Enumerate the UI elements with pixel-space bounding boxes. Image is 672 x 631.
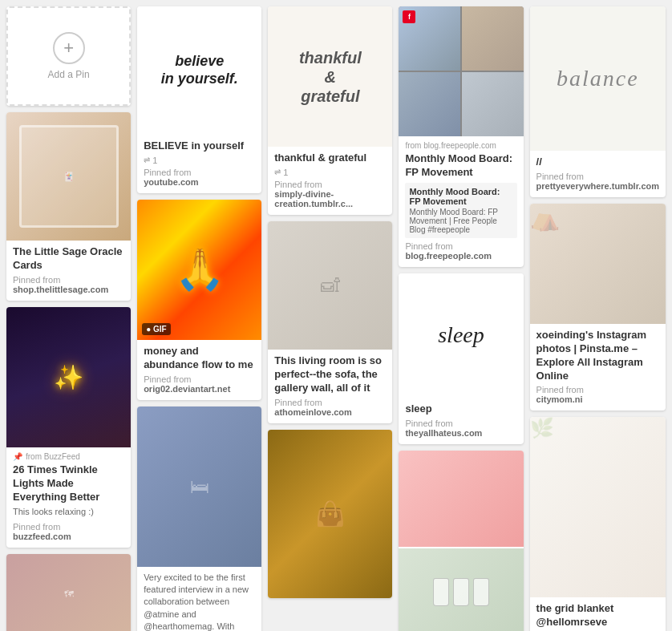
livingroom-pin[interactable]: 🛋 This living room is so perfect--the so… bbox=[268, 221, 392, 423]
moodboard-grid bbox=[399, 6, 523, 136]
thankful-title: thankful & grateful bbox=[274, 152, 386, 165]
thankful-pin[interactable]: thankful&grateful thankful & grateful ⇌ … bbox=[268, 6, 392, 215]
instagram-pin[interactable]: ⛺ xoeinding's Instagram photos | Pinsta.… bbox=[530, 204, 666, 411]
pink-image-top bbox=[399, 451, 523, 547]
repin-icon: ⇌ bbox=[144, 156, 150, 164]
twinkle-pinned-from-url: buzzfeed.com bbox=[13, 532, 124, 541]
balance-title: // bbox=[536, 156, 659, 169]
wallet-pin[interactable]: 👜 bbox=[268, 430, 392, 598]
twinkle-pinned-from-label: Pinned from bbox=[13, 522, 124, 532]
believe-pinned-from: Pinned from bbox=[144, 168, 255, 177]
lakshmi-pinned-from-url: orig02.deviantart.net bbox=[144, 384, 255, 394]
moodboard-overlay-desc: Monthly Mood Board: FP Movement | Free P… bbox=[409, 208, 512, 234]
sleep-title: sleep bbox=[405, 402, 516, 416]
twinkle-desc: This looks relaxing :) bbox=[13, 506, 124, 518]
livingroom-image: 🛋 bbox=[268, 221, 392, 350]
balance-pinned-from-url: prettyeverywhere.tumblr.com bbox=[536, 181, 659, 191]
twinkle-title: 26 Times Twinkle Lights Made Everything … bbox=[13, 463, 124, 504]
moodboard-title: Monthly Mood Board: FP Movement bbox=[405, 152, 516, 180]
fp-from-badge: from blog.freepeople.com bbox=[405, 141, 516, 150]
livingroom-pinned-from-url: athomeinlove.com bbox=[274, 407, 386, 417]
sleep-pinned-from-url: theyallhateus.com bbox=[405, 428, 516, 438]
jars-image bbox=[399, 548, 523, 631]
moodboard-overlay-text: Monthly Mood Board: FP Movement Monthly … bbox=[405, 183, 516, 238]
twinkle-lights-pin[interactable]: ✨ 📌 from BuzzFeed 26 Times Twinkle Light… bbox=[6, 307, 131, 548]
lakshmi-pin[interactable]: 🙏 ● GIF money and abundance flow to me P… bbox=[137, 200, 261, 400]
livingroom-title: This living room is so perfect--the sofa… bbox=[274, 354, 386, 395]
thankful-repins: ⇌ 1 bbox=[274, 168, 386, 177]
balance-image: balance bbox=[530, 6, 666, 151]
wallet-image: 👜 bbox=[268, 430, 392, 598]
column-2: believein yourself. BELIEVE in yourself … bbox=[137, 6, 261, 631]
london-image: 🗺 bbox=[6, 554, 131, 631]
lakshmi-pinned-from: Pinned from bbox=[144, 374, 255, 384]
sort-of-pink-pin[interactable]: Sort of Pink Pinned from sortofpink.blog… bbox=[399, 451, 523, 631]
moodboard-pinned-from: Pinned from bbox=[405, 241, 516, 251]
sleep-image: sleep bbox=[399, 273, 523, 398]
moodboard-overlay-title: Monthly Mood Board: FP Movement bbox=[409, 187, 512, 206]
livingroom-pinned-from: Pinned from bbox=[274, 398, 386, 407]
sleep-pin[interactable]: sleep sleep Pinned from theyallhateus.co… bbox=[399, 273, 523, 444]
thankful-pinned-from: Pinned from bbox=[274, 180, 386, 189]
moodboard-pin[interactable]: f from blog.freepeople.com Monthly Mood … bbox=[399, 6, 523, 267]
oracle-title: The Little Sage Oracle Cards bbox=[13, 245, 124, 273]
oracle-pinned-from-label: Pinned from bbox=[13, 275, 124, 285]
believe-repins: ⇌ 1 bbox=[144, 156, 255, 165]
moodboard-pinned-from-url: blog.freepeople.com bbox=[405, 251, 516, 261]
lakshmi-title: money and abundance flow to me bbox=[144, 345, 255, 372]
believe-image: believein yourself. bbox=[137, 6, 261, 135]
column-4: f from blog.freepeople.com Monthly Mood … bbox=[399, 6, 523, 631]
oracle-cards-pin[interactable]: 🃏 The Little Sage Oracle Cards Pinned fr… bbox=[6, 112, 131, 301]
believe-pinned-from-url: youtube.com bbox=[144, 177, 255, 187]
column-3: thankful&grateful thankful & grateful ⇌ … bbox=[268, 6, 392, 598]
believe-pin[interactable]: believein yourself. BELIEVE in yourself … bbox=[137, 6, 261, 193]
pin-grid: + Add a Pin 🃏 The Little Sage Oracle Car… bbox=[0, 0, 672, 631]
fp-from-label: from blog.freepeople.com bbox=[405, 141, 496, 150]
grid-blanket-title: the grid blanket @hellomrseve bbox=[536, 602, 659, 629]
oracle-pinned-from-url: shop.thelittlesage.com bbox=[13, 285, 124, 294]
fp-badge-icon: f bbox=[403, 10, 415, 23]
bedroom-desc: Very excited to be the first featured in… bbox=[144, 572, 255, 631]
add-pin-icon: + bbox=[53, 32, 85, 64]
add-pin-label: Add a Pin bbox=[48, 69, 90, 80]
bedroom-pin[interactable]: 🛏 Very excited to be the first featured … bbox=[137, 407, 261, 631]
instagram-pinned-from-url: citymom.ni bbox=[536, 394, 659, 404]
london-pin[interactable]: 🗺 📍 from Foursquare London bbox=[6, 554, 131, 631]
grid-blanket-image: 🌿 bbox=[530, 417, 666, 597]
instagram-title: xoeinding's Instagram photos | Pinsta.me… bbox=[536, 329, 659, 383]
buzzfeed-badge: 📌 from BuzzFeed bbox=[13, 452, 124, 461]
instagram-pinned-from: Pinned from bbox=[536, 385, 659, 394]
lakshmi-image: 🙏 bbox=[137, 200, 261, 340]
bedroom-image: 🛏 bbox=[137, 407, 261, 567]
repin-icon-2: ⇌ bbox=[274, 168, 281, 176]
add-pin-card[interactable]: + Add a Pin bbox=[6, 6, 131, 106]
teepee-image: ⛺ bbox=[530, 204, 666, 324]
thankful-pinned-from-url: simply-divine-creation.tumblr.c... bbox=[274, 189, 386, 208]
believe-title: BELIEVE in yourself bbox=[144, 140, 255, 153]
thankful-image: thankful&grateful bbox=[268, 6, 392, 147]
column-5: balance // Pinned from prettyeverywhere.… bbox=[530, 6, 666, 631]
twinkle-image: ✨ bbox=[6, 307, 131, 447]
gif-badge: ● GIF bbox=[142, 323, 170, 335]
column-1: + Add a Pin 🃏 The Little Sage Oracle Car… bbox=[6, 6, 131, 631]
grid-blanket-pin[interactable]: 🌿 the grid blanket @hellomrseve Pinned f… bbox=[530, 417, 666, 631]
balance-pinned-from: Pinned from bbox=[536, 172, 659, 181]
buzzfeed-icon: 📌 bbox=[13, 452, 22, 461]
oracle-image: 🃏 bbox=[6, 112, 131, 241]
sleep-pinned-from: Pinned from bbox=[405, 419, 516, 428]
sort-of-pink-images bbox=[399, 451, 523, 631]
buzzfeed-from-label: from BuzzFeed bbox=[26, 452, 80, 461]
balance-pin[interactable]: balance // Pinned from prettyeverywhere.… bbox=[530, 6, 666, 197]
